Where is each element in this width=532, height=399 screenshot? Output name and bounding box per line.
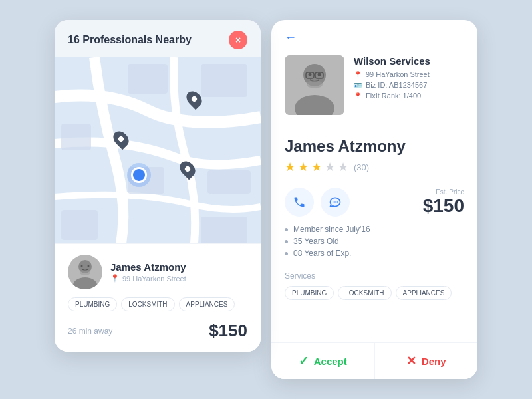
map-area <box>55 57 261 243</box>
professional-name: James Atzmony <box>285 137 464 156</box>
location-pin-icon: 📍 <box>110 274 120 283</box>
service-tag: PLUMBING <box>68 297 117 311</box>
footer-buttons: ✓ Accept ✕ Deny <box>271 342 477 379</box>
back-button[interactable]: ← <box>285 31 297 45</box>
business-name: Wilson Services <box>354 55 430 66</box>
bullet-list: Member since July'1635 Years Old08 Years… <box>271 225 477 269</box>
phone-icon <box>293 196 306 209</box>
map-header: 16 Professionals Nearby × <box>55 20 261 57</box>
service-tag: LOCKSMITH <box>121 297 174 311</box>
business-address: 📍 99 HaYarkon Street <box>354 70 430 78</box>
rank-icon: 📍 <box>354 92 362 100</box>
person-row: James Atzmony 📍 99 HaYarkon Street <box>68 255 247 289</box>
person-name: James Atzmony <box>110 261 186 273</box>
svg-rect-3 <box>201 64 247 97</box>
current-location-pin <box>131 167 147 183</box>
svg-rect-7 <box>61 210 98 240</box>
accept-button[interactable]: ✓ Accept <box>271 343 375 379</box>
map-svg <box>55 57 261 243</box>
service-tag: PLUMBING <box>285 286 334 300</box>
services-tags: PLUMBINGLOCKSMITHAPPLIANCES <box>285 286 464 300</box>
profile-section: Wilson Services 📍 99 HaYarkon Street 🪪 B… <box>271 55 477 126</box>
service-tags: PLUMBINGLOCKSMITHAPPLIANCES <box>68 297 247 311</box>
time-away: 26 min away <box>68 327 112 336</box>
price-value: $150 <box>423 196 464 217</box>
business-info: Wilson Services 📍 99 HaYarkon Street 🪪 B… <box>354 55 430 115</box>
map-title: 16 Professionals Nearby <box>68 34 192 46</box>
address-pin-icon: 📍 <box>354 71 362 78</box>
professional-info-card: James Atzmony 📍 99 HaYarkon Street PLUMB… <box>55 243 261 352</box>
svg-rect-4 <box>61 124 91 150</box>
service-tag: APPLIANCES <box>179 297 235 311</box>
svg-point-18 <box>309 73 312 76</box>
services-section: Services PLUMBINGLOCKSMITHAPPLIANCES <box>271 269 477 342</box>
bullet-item: 35 Years Old <box>285 237 464 246</box>
svg-point-19 <box>318 73 321 76</box>
business-id: 🪪 Biz ID: AB1234567 <box>354 81 430 89</box>
bullet-dot <box>285 228 288 231</box>
map-pin-2 <box>114 130 128 148</box>
price-block: Est. Price $150 <box>423 188 464 217</box>
person-info: James Atzmony 📍 99 HaYarkon Street <box>110 261 186 283</box>
rating-row: ★ ★ ★ ★ ★ (30) <box>285 160 464 174</box>
action-buttons <box>285 188 350 217</box>
svg-rect-2 <box>128 64 168 94</box>
reviews-count: (30) <box>354 162 369 172</box>
name-section: James Atzmony ★ ★ ★ ★ ★ (30) <box>271 126 477 180</box>
accept-label: Accept <box>314 356 347 367</box>
check-icon: ✓ <box>299 354 309 368</box>
avatar-small <box>68 255 102 289</box>
right-header: ← <box>271 20 477 55</box>
service-tag: APPLIANCES <box>396 286 452 300</box>
message-button[interactable] <box>321 188 350 217</box>
bullet-item: 08 Years of Exp. <box>285 249 464 258</box>
star-1: ★ <box>285 160 295 174</box>
svg-rect-6 <box>207 170 251 194</box>
action-price-row: Est. Price $150 <box>271 180 477 225</box>
price-row: 26 min away $150 <box>68 321 247 341</box>
right-card: ← Wilson S <box>271 20 477 379</box>
map-pin-1 <box>188 90 201 108</box>
star-3: ★ <box>311 160 322 174</box>
message-icon <box>329 196 342 209</box>
deny-button[interactable]: ✕ Deny <box>375 343 478 379</box>
left-card: 16 Professionals Nearby × <box>55 20 261 352</box>
star-4: ★ <box>325 160 335 174</box>
service-tag: LOCKSMITH <box>338 286 391 300</box>
services-label: Services <box>285 271 464 281</box>
star-2: ★ <box>298 160 309 174</box>
avatar-large <box>285 55 344 115</box>
svg-point-14 <box>80 270 90 275</box>
svg-point-23 <box>307 80 323 88</box>
svg-point-13 <box>88 265 90 267</box>
bullet-dot <box>285 240 288 243</box>
deny-label: Deny <box>422 356 446 367</box>
business-rank: 📍 FixIt Rank: 1/400 <box>354 92 430 100</box>
bullet-dot <box>285 252 288 255</box>
price-display: $150 <box>209 321 247 341</box>
svg-point-12 <box>81 265 83 267</box>
x-icon: ✕ <box>406 354 416 368</box>
id-icon: 🪪 <box>354 82 362 89</box>
star-5: ★ <box>338 160 348 174</box>
svg-rect-8 <box>201 217 247 243</box>
map-pin-3 <box>181 160 194 178</box>
call-button[interactable] <box>285 188 314 217</box>
bullet-item: Member since July'16 <box>285 225 464 234</box>
est-price-label: Est. Price <box>423 188 464 196</box>
person-location: 📍 99 HaYarkon Street <box>110 274 186 283</box>
close-button[interactable]: × <box>229 31 247 49</box>
